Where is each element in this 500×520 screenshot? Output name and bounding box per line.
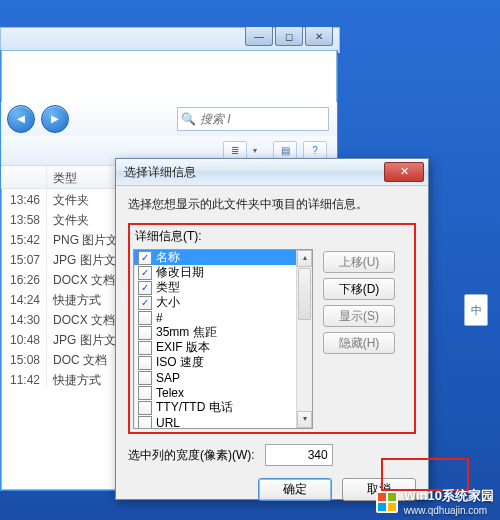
scroll-up-button[interactable]: ▴ (297, 250, 312, 267)
cell-time: 11:42 (1, 369, 47, 387)
details-list-label: 详细信息(T): (135, 228, 411, 245)
explorer-nav-toolbar: ◄ ► 🔍 (1, 102, 337, 137)
cell-time: 10:48 (1, 329, 47, 347)
checkbox[interactable] (138, 311, 152, 325)
scrollbar[interactable]: ▴ ▾ (296, 250, 312, 428)
show-button[interactable]: 显示(S) (323, 305, 395, 327)
checkbox[interactable]: ✓ (138, 281, 152, 295)
windows-logo-icon (376, 491, 398, 513)
chevron-down-icon[interactable]: ▾ (253, 146, 267, 155)
dialog-close-button[interactable]: ✕ (384, 162, 424, 182)
cell-time: 13:46 (1, 189, 47, 207)
checklist-item-label: URL (156, 416, 180, 430)
nav-back-button[interactable]: ◄ (7, 105, 35, 133)
checklist-item[interactable]: 35mm 焦距 (134, 325, 298, 340)
move-up-button[interactable]: 上移(U) (323, 251, 395, 273)
annotation-highlight: 详细信息(T): ✓名称✓修改日期✓类型✓大小#35mm 焦距EXIF 版本IS… (128, 223, 416, 434)
checkbox[interactable] (138, 401, 152, 415)
checklist-item-label: 大小 (156, 294, 180, 311)
scroll-thumb[interactable] (298, 268, 311, 320)
watermark: Win10系统家园 www.qdhuajin.com (376, 487, 494, 516)
cell-time: 15:42 (1, 229, 47, 247)
checkbox[interactable]: ✓ (138, 251, 152, 265)
watermark-title: Win10系统家园 (404, 488, 494, 503)
move-down-button[interactable]: 下移(D) (323, 278, 395, 300)
scroll-down-button[interactable]: ▾ (297, 411, 312, 428)
checklist-item-label: Telex (156, 386, 184, 400)
checklist-item[interactable]: ✓类型 (134, 280, 298, 295)
nav-forward-button[interactable]: ► (41, 105, 69, 133)
search-input[interactable] (198, 111, 312, 127)
choose-details-dialog: 选择详细信息 ✕ 选择您想显示的此文件夹中项目的详细信息。 详细信息(T): ✓… (115, 158, 429, 500)
checkbox[interactable] (138, 386, 152, 400)
hide-button[interactable]: 隐藏(H) (323, 332, 395, 354)
checkbox[interactable]: ✓ (138, 266, 152, 280)
checkbox[interactable] (138, 371, 152, 385)
checkbox[interactable] (138, 356, 152, 370)
checkbox[interactable] (138, 416, 152, 430)
dialog-titlebar[interactable]: 选择详细信息 ✕ (116, 159, 428, 186)
checklist-item-label: SAP (156, 371, 180, 385)
column-width-label: 选中列的宽度(像素)(W): (128, 447, 255, 464)
scroll-track[interactable] (297, 321, 312, 411)
dialog-instruction: 选择您想显示的此文件夹中项目的详细信息。 (128, 196, 416, 213)
column-header[interactable] (1, 166, 47, 188)
checklist-item[interactable]: Telex (134, 385, 298, 400)
ok-button[interactable]: 确定 (258, 478, 332, 501)
maximize-icon[interactable]: ◻ (275, 27, 303, 46)
close-icon[interactable]: ✕ (305, 27, 333, 46)
checklist-item-label: # (156, 311, 163, 325)
cell-time: 14:30 (1, 309, 47, 327)
cell-time: 15:07 (1, 249, 47, 267)
checklist-item[interactable]: ✓名称 (134, 250, 298, 265)
column-width-input[interactable] (265, 444, 333, 466)
minimize-icon[interactable]: — (245, 27, 273, 46)
desktop-ime-icon[interactable]: 中 (464, 294, 488, 326)
checklist-item-label: TTY/TTD 电话 (156, 399, 233, 416)
cell-time: 14:24 (1, 289, 47, 307)
watermark-url: www.qdhuajin.com (404, 505, 494, 516)
checklist-item[interactable]: ISO 速度 (134, 355, 298, 370)
checklist-item[interactable]: # (134, 310, 298, 325)
cell-time: 16:26 (1, 269, 47, 287)
checklist-item-label: ISO 速度 (156, 354, 204, 371)
cell-time: 13:58 (1, 209, 47, 227)
checkbox[interactable] (138, 341, 152, 355)
checklist-item[interactable]: EXIF 版本 (134, 340, 298, 355)
checklist-item[interactable]: ✓修改日期 (134, 265, 298, 280)
checkbox[interactable]: ✓ (138, 296, 152, 310)
checklist-item[interactable]: ✓大小 (134, 295, 298, 310)
cell-time: 15:08 (1, 349, 47, 367)
search-icon: 🔍 (178, 112, 198, 126)
explorer-search-box[interactable]: 🔍 (177, 107, 329, 131)
checklist-item[interactable]: SAP (134, 370, 298, 385)
details-checklist[interactable]: ✓名称✓修改日期✓类型✓大小#35mm 焦距EXIF 版本ISO 速度SAPTe… (133, 249, 313, 429)
checkbox[interactable] (138, 326, 152, 340)
checklist-item[interactable]: TTY/TTD 电话 (134, 400, 298, 415)
checklist-item[interactable]: URL (134, 415, 298, 429)
dialog-title: 选择详细信息 (124, 164, 196, 181)
